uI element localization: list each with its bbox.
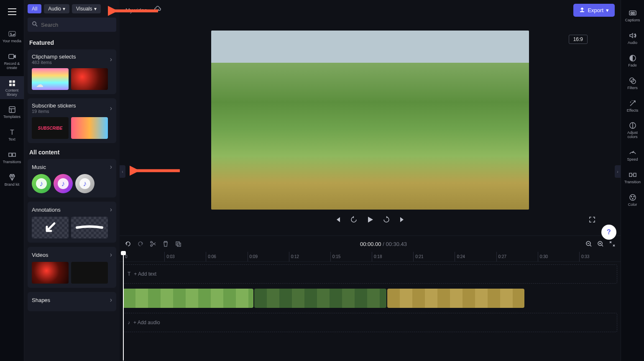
group-header[interactable]: Shapes › — [32, 296, 112, 304]
speaker-icon — [628, 31, 637, 40]
cloud-sync-icon[interactable] — [154, 5, 161, 15]
ruler-tick: 0:18 — [372, 252, 413, 261]
aspect-ratio-badge[interactable]: 16:9 — [569, 35, 588, 44]
collection-title: Subscribe stickers — [32, 102, 76, 109]
chevron-right-icon: › — [110, 206, 112, 213]
prop-audio[interactable]: Audio — [621, 28, 644, 49]
search-input[interactable] — [41, 22, 112, 28]
timeline-ruler[interactable]: 00:030:060:090:120:150:180:210:240:270:3… — [120, 252, 621, 262]
delete-button[interactable] — [162, 241, 169, 247]
nav-label: Your media — [3, 39, 21, 44]
video-thumb-1[interactable] — [32, 262, 69, 284]
left-nav-rail: Your media Record & create Content libra… — [0, 0, 24, 361]
music-thumb-2[interactable]: ♪ — [54, 174, 73, 193]
text-track[interactable]: T + Add text — [123, 264, 617, 284]
rewind-button[interactable] — [350, 216, 358, 223]
fullscreen-button[interactable] — [589, 216, 595, 223]
thumb-bells[interactable] — [71, 117, 108, 139]
undo-button[interactable] — [125, 241, 131, 247]
zoom-fit-button[interactable] — [609, 241, 616, 247]
prop-label: Filters — [627, 86, 638, 90]
collection-header[interactable]: Clipchamp selects 483 items › — [32, 54, 112, 65]
export-button[interactable]: Export ▾ — [573, 4, 615, 17]
svg-rect-3 — [9, 80, 12, 83]
video-preview[interactable] — [211, 31, 529, 210]
templates-icon — [8, 105, 17, 114]
search-box[interactable] — [28, 18, 116, 32]
annotation-arrow[interactable] — [32, 217, 69, 238]
chevron-right-icon: › — [110, 296, 112, 304]
prop-color[interactable]: Color — [621, 189, 644, 210]
collection-header[interactable]: Subscribe stickers 19 items › — [32, 102, 112, 114]
zoom-out-button[interactable] — [585, 241, 592, 247]
help-button[interactable]: ? — [601, 225, 616, 240]
prop-adjust-colors[interactable]: Adjust colors — [621, 118, 644, 143]
music-thumb-3[interactable]: ♪ — [75, 174, 95, 193]
prop-filters[interactable]: Filters — [621, 73, 644, 94]
video-track — [123, 289, 617, 308]
svg-rect-25 — [629, 173, 632, 177]
prop-transition[interactable]: Transition — [621, 167, 644, 188]
svg-point-11 — [33, 22, 36, 25]
chevron-down-icon: ▾ — [63, 6, 65, 12]
playhead[interactable] — [123, 252, 124, 361]
music-thumb-1[interactable]: ♪ — [32, 174, 51, 193]
annotation-brush[interactable] — [71, 217, 108, 238]
nav-transitions[interactable]: Transitions — [0, 148, 24, 167]
upload-icon — [579, 7, 585, 14]
music-note-icon: ♪ — [36, 178, 47, 189]
filter-all[interactable]: All — [28, 4, 41, 13]
filter-visuals[interactable]: Visuals▾ — [72, 4, 100, 13]
video-clip-1[interactable] — [123, 289, 253, 308]
video-thumb-2[interactable] — [71, 262, 108, 284]
nav-templates[interactable]: Templates — [0, 102, 24, 122]
zoom-in-button[interactable] — [597, 241, 604, 247]
prop-captions[interactable]: CC Captions — [621, 5, 644, 26]
chevron-right-icon: › — [110, 251, 112, 259]
filter-audio[interactable]: Audio▾ — [44, 4, 69, 13]
project-name[interactable]: My video — [125, 7, 147, 13]
timeline-toolbar: 00:00.00 / 00:30.43 — [120, 236, 621, 252]
nav-brand-kit[interactable]: Brand kit — [0, 170, 24, 189]
nav-text[interactable]: T Text — [0, 125, 24, 144]
svg-text:CC: CC — [630, 12, 634, 15]
menu-button[interactable] — [5, 5, 20, 20]
ruler-tick: 0:24 — [455, 252, 496, 261]
skip-forward-button[interactable] — [399, 216, 406, 223]
thumb-red-spark[interactable] — [71, 68, 108, 90]
video-clip-2[interactable] — [254, 289, 386, 308]
collection-count: 483 items — [32, 60, 76, 65]
fade-icon — [628, 54, 637, 63]
prop-fade[interactable]: Fade — [621, 50, 644, 71]
skip-back-button[interactable] — [334, 216, 342, 223]
all-content-heading: All content — [29, 149, 115, 156]
prop-effects[interactable]: Effects — [621, 95, 644, 116]
prop-label: Effects — [627, 109, 638, 113]
nav-your-media[interactable]: Your media — [0, 27, 24, 46]
duplicate-button[interactable] — [175, 241, 181, 247]
prop-speed[interactable]: Speed — [621, 144, 644, 165]
play-button[interactable] — [366, 215, 374, 224]
group-header[interactable]: Videos › — [32, 251, 112, 259]
chevron-down-icon: ▾ — [94, 6, 97, 12]
chevron-right-icon: › — [110, 105, 112, 112]
sidebar-collapse-button[interactable]: ‹ — [120, 165, 125, 178]
thumb-rainbow[interactable] — [32, 68, 69, 90]
split-button[interactable] — [150, 241, 156, 247]
video-clip-3[interactable] — [387, 289, 524, 308]
right-panel-collapse-button[interactable]: › — [615, 165, 621, 178]
transition-icon — [628, 170, 637, 179]
search-icon — [32, 21, 38, 28]
redo-button[interactable] — [137, 241, 144, 247]
group-header[interactable]: Music › — [32, 163, 112, 171]
audio-track[interactable]: ♪ + Add audio — [123, 313, 617, 332]
forward-button[interactable] — [383, 216, 390, 223]
nav-record-create[interactable]: Record & create — [0, 49, 24, 73]
group-header[interactable]: Annotations › — [32, 206, 112, 213]
thumb-subscribe[interactable]: SUBSCRIBE — [32, 117, 69, 139]
chevron-right-icon: › — [617, 169, 618, 174]
prop-label: Adjust colors — [622, 131, 643, 139]
svg-rect-9 — [9, 153, 12, 156]
svg-rect-10 — [13, 153, 15, 156]
nav-content-library[interactable]: Content library — [0, 76, 24, 100]
